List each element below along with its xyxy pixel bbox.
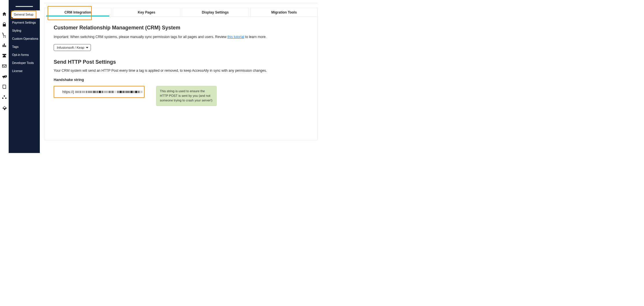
crm-system-select[interactable]: Infusionsoft / Keap [54, 44, 91, 51]
handshake-url-field[interactable]: https://j [54, 86, 145, 98]
settings-sidebar: General Setup Payment Settings Styling C… [9, 0, 40, 153]
cart-icon[interactable] [2, 32, 7, 37]
main-content: CRM Integration Key Pages Display Settin… [40, 0, 322, 153]
crm-important-text: Important: When switching CRM systems, p… [54, 34, 308, 39]
megaphone-icon[interactable] [2, 74, 7, 79]
chevron-down-icon [86, 47, 88, 48]
tab-migration-tools[interactable]: Migration Tools [250, 8, 318, 16]
sidebar-item-tags[interactable]: Tags [9, 43, 40, 51]
top-divider [44, 3, 318, 3]
sidebar-item-custom-operations[interactable]: Custom Operations [9, 35, 40, 43]
stats-icon[interactable] [2, 43, 7, 48]
users-icon[interactable] [2, 53, 7, 58]
handshake-row: https://j [54, 86, 308, 106]
settings-tabs: CRM Integration Key Pages Display Settin… [44, 8, 318, 16]
crm-select-value: Infusionsoft / Keap [57, 46, 84, 49]
home-icon[interactable] [2, 12, 7, 17]
sidebar-item-license[interactable]: License [9, 67, 40, 75]
tab-display-settings[interactable]: Display Settings [182, 8, 249, 16]
sidebar-item-developer-tools[interactable]: Developer Tools [9, 59, 40, 67]
crm-important-suffix: to learn more. [244, 35, 266, 39]
tab-crm-integration[interactable]: CRM Integration [44, 8, 111, 16]
handshake-label: Handshake string [54, 78, 308, 82]
sidebar-item-styling[interactable]: Styling [9, 27, 40, 35]
sidebar-item-payment-settings[interactable]: Payment Settings [9, 18, 40, 27]
http-post-section-title: Send HTTP Post Settings [54, 59, 308, 65]
settings-panel: Customer Relationship Management (CRM) S… [44, 16, 318, 140]
sidebar-logo [9, 0, 40, 7]
mail-icon[interactable] [2, 63, 7, 69]
http-post-description: Your CRM system will send an HTTP Post e… [54, 68, 308, 73]
gear-icon[interactable] [2, 105, 7, 110]
tab-key-pages[interactable]: Key Pages [113, 8, 180, 16]
sidebar-item-optin-forms[interactable]: Opt-in forms [9, 51, 40, 59]
crm-section-title: Customer Relationship Management (CRM) S… [54, 25, 308, 31]
sidebar-item-general-setup[interactable]: General Setup [11, 10, 40, 18]
lock-icon[interactable] [2, 22, 7, 27]
book-icon[interactable] [2, 84, 7, 89]
handshake-redacted-icon [75, 91, 143, 93]
cluster-icon[interactable] [2, 95, 7, 100]
handshake-info-box: This string is used to ensure the HTTP P… [156, 86, 217, 106]
handshake-url-prefix: https://j [62, 90, 74, 94]
admin-icon-rail [0, 0, 9, 153]
tutorial-link[interactable]: this tutorial [227, 35, 244, 39]
crm-important-prefix: Important: When switching CRM systems, p… [54, 35, 227, 39]
